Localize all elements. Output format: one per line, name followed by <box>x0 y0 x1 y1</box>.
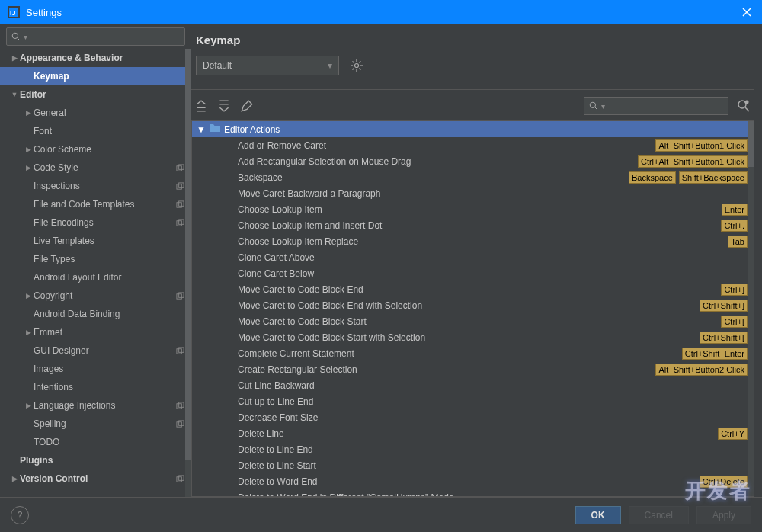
sidebar-item-color-scheme[interactable]: ▶Color Scheme <box>0 140 191 159</box>
action-row[interactable]: Move Caret to Code Block EndCtrl+] <box>192 281 754 297</box>
sidebar-item-file-encodings[interactable]: File Encodings <box>0 213 191 232</box>
action-row[interactable]: Cut Line Backward <box>192 377 754 393</box>
action-row[interactable]: Move Caret to Code Block StartCtrl+[ <box>192 313 754 329</box>
shortcut-group: Ctrl+Delete <box>700 476 748 488</box>
shortcut-group: Ctrl+[ <box>721 316 748 328</box>
action-row[interactable]: Clone Caret Below <box>192 265 754 281</box>
expand-arrow-icon: ▶ <box>23 146 34 153</box>
sidebar-item-appearance-behavior[interactable]: ▶Appearance & Behavior <box>0 49 191 67</box>
sidebar-item-gui-designer[interactable]: GUI Designer <box>0 341 191 360</box>
action-name: Choose Lookup Item Replace <box>238 236 728 247</box>
sidebar-item-font[interactable]: Font <box>0 122 191 140</box>
keymap-search-input[interactable]: ▾ <box>584 97 728 115</box>
sidebar-item-label: Intentions <box>34 382 174 393</box>
sidebar-item-emmet[interactable]: ▶Emmet <box>0 323 191 341</box>
sidebar-item-keymap[interactable]: Keymap <box>0 67 191 85</box>
ok-button[interactable]: OK <box>575 506 621 524</box>
action-row[interactable]: Move Caret Backward a Paragraph <box>192 185 754 201</box>
action-row[interactable]: Delete to Line Start <box>192 457 754 473</box>
action-name: Add Rectangular Selection on Mouse Drag <box>238 156 638 167</box>
sidebar-item-android-layout-editor[interactable]: Android Layout Editor <box>0 268 191 287</box>
sidebar-item-intentions[interactable]: Intentions <box>0 378 191 396</box>
settings-tree[interactable]: ▶Appearance & BehaviorKeymap▼Editor▶Gene… <box>0 49 191 497</box>
sidebar-item-label: Editor <box>20 89 174 100</box>
action-name: Clone Caret Below <box>238 268 748 279</box>
keymap-scheme-dropdown[interactable]: Default ▾ <box>196 56 339 75</box>
action-row[interactable]: Delete to Line End <box>192 441 754 457</box>
action-row[interactable]: Delete LineCtrl+Y <box>192 425 754 441</box>
action-row[interactable]: Decrease Font Size <box>192 409 754 425</box>
action-row[interactable]: Add Rectangular Selection on Mouse DragC… <box>192 153 754 169</box>
sidebar-item-label: General <box>34 107 174 118</box>
action-row[interactable]: Delete to Word EndCtrl+Delete <box>192 473 754 489</box>
action-name: Backspace <box>238 172 629 183</box>
action-row[interactable]: BackspaceBackspaceShift+Backspace <box>192 169 754 185</box>
shortcut-badge: Ctrl+Shift+] <box>700 300 748 312</box>
close-button[interactable] <box>739 5 754 20</box>
action-row[interactable]: Choose Lookup Item and Insert DotCtrl+. <box>192 217 754 233</box>
sidebar-item-inspections[interactable]: Inspections <box>0 177 191 195</box>
action-row[interactable]: Clone Caret Above <box>192 249 754 265</box>
help-button[interactable]: ? <box>11 506 29 524</box>
sidebar-item-label: Plugins <box>20 455 174 466</box>
cancel-button[interactable]: Cancel <box>629 506 689 524</box>
sidebar-item-label: File Types <box>34 254 174 264</box>
action-row[interactable]: Create Rectangular SelectionAlt+Shift+Bu… <box>192 361 754 377</box>
shortcut-group: Ctrl+Y <box>718 428 748 440</box>
shortcut-group: Ctrl+. <box>721 220 748 232</box>
sidebar-item-version-control[interactable]: ▶Version Control <box>0 470 191 488</box>
expand-arrow-icon: ▶ <box>23 109 34 117</box>
sidebar-item-general[interactable]: ▶General <box>0 104 191 122</box>
shortcut-badge: Ctrl+Y <box>718 428 748 440</box>
sidebar-scrollbar[interactable] <box>185 49 191 497</box>
shortcut-group: Ctrl+] <box>721 284 748 296</box>
sidebar-item-language-injections[interactable]: ▶Language Injections <box>0 396 191 415</box>
action-row[interactable]: Choose Lookup ItemEnter <box>192 201 754 217</box>
sidebar-item-images[interactable]: Images <box>0 360 191 378</box>
edit-shortcut-button[interactable] <box>240 99 254 113</box>
gear-icon[interactable] <box>350 59 363 72</box>
search-icon <box>589 101 599 111</box>
keymap-scrollbar[interactable] <box>748 121 754 496</box>
sidebar-item-file-and-code-templates[interactable]: File and Code Templates <box>0 195 191 213</box>
sidebar-item-label: Spelling <box>34 418 174 429</box>
sidebar-item-todo[interactable]: TODO <box>0 433 191 451</box>
sidebar-item-file-types[interactable]: File Types <box>0 250 191 268</box>
action-row[interactable]: Delete to Word End in Different "CamelHu… <box>192 489 754 497</box>
sidebar-item-spelling[interactable]: Spelling <box>0 415 191 433</box>
action-row[interactable]: Add or Remove CaretAlt+Shift+Button1 Cli… <box>192 137 754 153</box>
sidebar-item-copyright[interactable]: ▶Copyright <box>0 287 191 305</box>
sidebar-item-label: Emmet <box>34 327 174 338</box>
dropdown-arrow-icon: ▾ <box>24 33 27 41</box>
apply-button[interactable]: Apply <box>696 506 751 524</box>
action-row[interactable]: Complete Current StatementCtrl+Shift+Ent… <box>192 345 754 361</box>
action-row[interactable]: Move Caret to Code Block End with Select… <box>192 297 754 313</box>
action-name: Delete to Line End <box>238 444 748 455</box>
sidebar-item-plugins[interactable]: Plugins <box>0 451 191 470</box>
sidebar-item-label: Code Style <box>34 162 174 173</box>
shortcut-group: Alt+Shift+Button2 Click <box>655 364 748 376</box>
sidebar-search-input[interactable]: ▾ <box>6 27 185 46</box>
sidebar-item-code-style[interactable]: ▶Code Style <box>0 159 191 177</box>
action-row[interactable]: Move Caret to Code Block Start with Sele… <box>192 329 754 345</box>
action-name: Move Caret to Code Block End with Select… <box>238 300 700 311</box>
action-name: Move Caret to Code Block Start with Sele… <box>238 332 700 343</box>
expand-arrow-icon: ▶ <box>9 475 20 482</box>
sidebar-item-editor[interactable]: ▼Editor <box>0 85 191 104</box>
action-name: Decrease Font Size <box>238 412 748 423</box>
svg-point-34 <box>738 101 746 108</box>
collapse-all-button[interactable] <box>217 99 231 113</box>
sidebar-item-label: Font <box>34 126 174 136</box>
titlebar: IJ Settings <box>0 0 762 24</box>
overridable-icon <box>174 347 185 355</box>
action-row[interactable]: Cut up to Line End <box>192 393 754 409</box>
action-group-row[interactable]: ▼ Editor Actions <box>192 121 754 137</box>
keymap-actions-list[interactable]: ▼ Editor Actions Add or Remove CaretAlt+… <box>191 120 754 497</box>
find-by-shortcut-button[interactable] <box>736 99 751 113</box>
sidebar-item-label: File Encodings <box>34 217 174 228</box>
action-row[interactable]: Choose Lookup Item ReplaceTab <box>192 233 754 249</box>
sidebar-item-label: Version Control <box>20 473 174 484</box>
expand-all-button[interactable] <box>194 99 208 113</box>
sidebar-item-live-templates[interactable]: Live Templates <box>0 232 191 250</box>
sidebar-item-android-data-binding[interactable]: Android Data Binding <box>0 305 191 323</box>
